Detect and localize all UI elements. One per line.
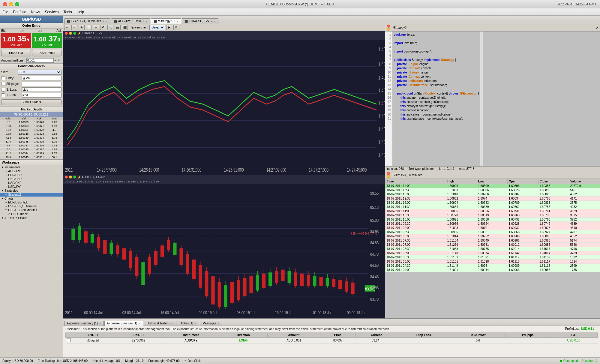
chart2-min[interactable] [69,176,72,179]
code-content[interactable]: package jforex; import java.util.*; impo… [392,32,480,166]
tp-input[interactable] [22,93,62,98]
tree-item-eur-usd[interactable]: → EUR/USD [0,173,63,177]
exposure-row: jf3uqjf1d 22708909 AUD/JPY LONG AUD 0.00… [66,338,598,344]
bottom-tab-historical-tester[interactable]: Historical Tester↗× [144,321,176,326]
maximize-button[interactable] [15,2,19,6]
chart2-max[interactable] [73,176,76,179]
code-editor-body[interactable]: 123456789101112131415161718192021 packag… [385,32,600,166]
one-click-status[interactable]: ✓ One Click [184,359,200,362]
editor-min[interactable] [387,28,390,31]
menu-portfolio[interactable]: Portfolio [13,10,26,14]
chart1-min[interactable] [69,32,72,35]
svg-text:00:00 14 Jul: 00:00 14 Jul [84,310,103,315]
depth-row: 7.131.603491.603743.75 [0,136,63,140]
svg-text:84.73: 84.73 [370,251,379,257]
tab-eur-usd--tick[interactable]: ⬛EUR/USD, Tick↗× [182,18,219,24]
tree-item-usd-chf[interactable]: → USD/CHF [0,181,63,185]
sl-checkbox[interactable] [1,88,5,92]
svg-text:16:00 14 Jul: 16:00 14 Jul [160,310,179,315]
tree-item-usd-jpy[interactable]: → USD/JPY [0,185,63,189]
toolbar-btn-env1[interactable]: ▶ [166,25,172,30]
editor-close[interactable] [387,25,390,28]
svg-text:84.63: 84.63 [370,263,379,268]
entry-checkbox[interactable] [1,76,5,80]
exposure-checkbox[interactable] [67,338,71,342]
chart1-max[interactable] [73,32,76,35]
col-close: Close [538,179,569,184]
chart1-close[interactable] [65,32,68,35]
env-select[interactable]: Java [149,25,165,30]
depth-row: 11.21.603441.603799.75 [0,152,63,155]
table-row: 18-07-2011 05:301.611511.610211.611171.6… [386,255,600,260]
tree-item-ohlc-index[interactable]: ◇ OHLC Index [0,212,63,216]
tree-item-charts[interactable]: ▼ Charts [0,197,63,200]
table-close[interactable] [387,172,390,175]
center-panel: ⬛GBP/USD, 30 Minutes↗×⬛AUD/JPY, 1 Hour↗×… [63,16,600,357]
amount-input[interactable] [26,58,54,63]
toolbar-btn-5[interactable]: ✏ [93,25,99,30]
tp-checkbox[interactable] [1,93,5,97]
place-bid-button[interactable]: Place Bid [1,50,31,56]
tab--strategy2[interactable]: ⬛*Strategy2↗× [151,18,181,24]
menu-help[interactable]: Help [76,10,84,14]
depth-col-volu-ask: Volu. [47,117,62,120]
table-min[interactable] [387,175,390,178]
code-scrollbar[interactable] [480,32,483,166]
amount-stepper-down[interactable]: ▼ [58,59,60,62]
menu-services[interactable]: Services [45,10,58,14]
sl-input[interactable] [22,87,62,92]
strategy-editor-titlebar: *Strategy2 ↗ [385,24,600,32]
toolbar-btn-6[interactable]: ⚙ [100,25,106,30]
bottom-tab-exposure-structure--1-[interactable]: Exposure Structure (1)↗ [104,321,143,326]
svg-text:16:00 15 Jul: 16:00 15 Jul [275,310,293,315]
slippage-input[interactable] [22,82,62,86]
toolbar-btn-8[interactable]: 📷 [115,25,121,30]
tree-item-gbp-usd[interactable]: → GBP/USD [0,177,63,181]
editor-external-icon[interactable]: ↗ [596,26,598,29]
toolbar-btn-9[interactable]: ⬛ [122,25,128,30]
place-offer-button[interactable]: Place Offer [32,50,62,56]
amount-stepper-up[interactable]: ▲ [54,59,56,62]
slippage-checkbox[interactable] [1,82,5,86]
tree-item-strategies[interactable]: ▼ Strategies [0,189,63,193]
tab-gbp-usd--30-minutes[interactable]: ⬛GBP/USD, 30 Minutes↗× [64,18,110,24]
bottom-tab-exposure-summary--1-[interactable]: Exposure Summary (1)↗ [64,321,104,326]
tp-label: T. Profit: [6,94,22,97]
table-row: 18-07-2011 05:001.611311.610181.611181.6… [386,260,600,264]
aud-jpy-chart-title: ⚡ AUD/JPY, 1 Hour [63,175,385,179]
menu-tools[interactable]: Tools [63,10,72,14]
tab-aud-jpy--1-hour[interactable]: ⬛AUD/JPY, 1 Hour↗× [111,18,150,24]
close-button[interactable] [3,2,7,6]
table-row: 18-07-2011 07:301.611041.608491.609861.6… [386,239,600,243]
toolbar-btn-3[interactable]: ⊕ [79,25,85,30]
tree-item-eur-usd-tick[interactable]: → EUR/USD,Tick [0,200,63,204]
svg-text:1.40490: 1.40490 [378,75,385,80]
table-row: 18-07-2011 12:301.608621.60741.608341.60… [386,197,600,201]
tree-item-usd-chf-15-minutes[interactable]: → USD/CHF,15 Minutes [0,204,63,208]
svg-text:1.40500: 1.40500 [378,61,385,67]
tree-item-aud-jpy-1-hour[interactable]: ▼ AUD/JPY,1 Hour [0,216,63,220]
chart2-close[interactable] [65,176,68,179]
toolbar-btn-4[interactable]: 📊 [86,25,92,30]
toolbar-btn-env2[interactable]: ⊡ [173,25,179,30]
toolbar-btn-1[interactable]: ← [64,25,70,30]
free-margin-status: Free margin: 49,978.90 [148,359,180,362]
toolbar-btn-2[interactable]: → [71,25,77,30]
side-select[interactable]: BUY [18,70,62,75]
toolbar-btn-7[interactable]: 🔍 [107,25,113,30]
menu-news[interactable]: News [31,10,40,14]
entry-input[interactable] [22,76,62,80]
tree-item-aud-jpy[interactable]: → AUD/JPY [0,169,63,173]
bottom-tab-messages[interactable]: Messages↗ [200,321,222,326]
minimize-button[interactable] [9,2,13,6]
code-statusbar: nb char: 968 Text type: plain text Ln: 1… [385,166,600,171]
depth-header: Volu. Bid Ask Volu. [0,117,63,120]
connection-status: Connected Detached: 2 [560,359,598,362]
data-scroll[interactable]: Time High Low Open Close Volume 18-07-20… [385,179,600,318]
submit-orders-button[interactable]: Submit Orders [1,99,62,105]
tree-item-strategy2[interactable]: ▼ Strategy2 [0,193,63,197]
menu-file[interactable]: File [2,10,8,14]
tree-item-instruments[interactable]: ▼ Instruments [0,165,63,169]
bottom-tab-orders--1-[interactable]: Orders (1)↗ [177,321,200,326]
tree-item-gbp-usd-30-minutes[interactable]: ▼ GBP/USD,30 Minutes [0,208,63,212]
